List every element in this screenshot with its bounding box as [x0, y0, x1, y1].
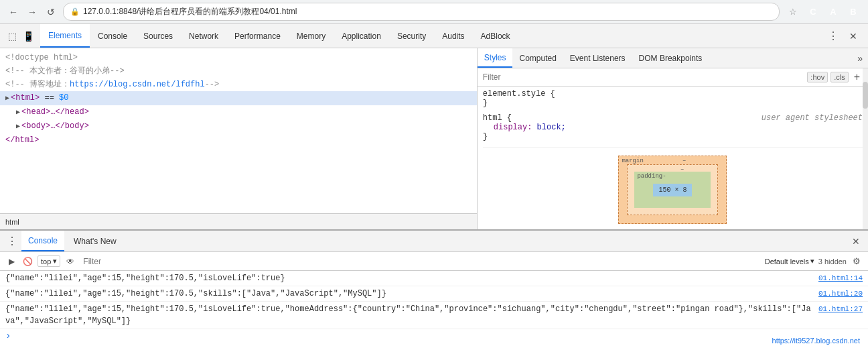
box-model-padding: padding- 150 × 8: [634, 172, 711, 208]
tab-console[interactable]: Console: [90, 24, 135, 48]
console-levels-arrow: ▾: [810, 257, 814, 266]
doctype-text: <!doctype html>: [5, 53, 78, 62]
elements-breadcrumb: html: [0, 213, 477, 229]
html-line-comment1: <!-- 本文作者：谷哥的小弟-->: [0, 64, 477, 78]
tab-memory[interactable]: Memory: [289, 24, 334, 48]
tab-sources[interactable]: Sources: [135, 24, 181, 48]
box-model-content: 150 × 8: [653, 184, 692, 196]
console-tab-console[interactable]: Console: [21, 231, 64, 251]
box-margin-dash: –: [682, 158, 686, 164]
devtools-close-button[interactable]: ✕: [844, 28, 863, 44]
styles-tab-computed[interactable]: Computed: [512, 48, 563, 68]
footer-link[interactable]: https://it9527.blog.csdn.net: [772, 337, 860, 345]
console-levels-select[interactable]: Default levels ▾: [765, 257, 814, 266]
styles-panel: Styles Computed Event Listeners DOM Brea…: [478, 48, 868, 229]
devtools-main-area: <!doctype html> <!-- 本文作者：谷哥的小弟--> <!-- …: [0, 48, 868, 229]
address-bar[interactable]: 🔒 127.0.0.1:8848/讲给后台程序员看的前端系列教程04/01.ht…: [63, 3, 780, 21]
styles-tab-more[interactable]: »: [852, 50, 868, 66]
styles-content[interactable]: element.style { } html { user agent styl…: [478, 86, 868, 229]
tab-performance[interactable]: Performance: [226, 24, 289, 48]
console-run-button[interactable]: ▶: [5, 255, 17, 268]
back-button[interactable]: ←: [7, 5, 20, 19]
console-prompt-icon: ›: [5, 331, 11, 341]
html-line-body[interactable]: ▶<body>…</body>: [0, 119, 477, 133]
devtools-panel: ⬚ 📱 Elements Console Sources Network Per…: [0, 24, 868, 350]
style-closing-html: }: [483, 132, 863, 141]
box-model-margin: margin – border – padding- 150 × 8: [618, 156, 727, 224]
html-line-html-close: </html>: [0, 133, 477, 147]
devtools-left-icons: ⬚ 📱: [5, 30, 40, 43]
bookmark-button[interactable]: ☆: [785, 4, 801, 20]
console-source-2[interactable]: 01.html:20: [818, 288, 863, 300]
styles-scrollbar[interactable]: [863, 68, 868, 229]
breadcrumb-text: html: [5, 218, 19, 226]
styles-tab-event-listeners[interactable]: Event Listeners: [563, 48, 632, 68]
triangle-html[interactable]: ▶: [5, 95, 9, 102]
console-context-label: top: [41, 257, 51, 266]
html-line-doctype: <!doctype html>: [0, 51, 477, 64]
tab-security[interactable]: Security: [389, 24, 434, 48]
console-output[interactable]: {"name":"lilei","age":15,"height":170.5,…: [0, 271, 868, 350]
html-line-html[interactable]: ▶<html> == $0: [0, 91, 477, 105]
console-text-2: {"name":"lilei","age":15,"height":170.5,…: [5, 288, 813, 300]
console-source-1[interactable]: 01.html:14: [818, 272, 863, 284]
box-margin-label: margin: [622, 158, 643, 164]
styles-tab-styles[interactable]: Styles: [478, 48, 513, 68]
lock-icon: 🔒: [70, 7, 80, 16]
html-line-head[interactable]: ▶<head>…</head>: [0, 105, 477, 119]
triangle-head[interactable]: ▶: [16, 109, 20, 116]
styles-tab-dom-breakpoints[interactable]: DOM Breakpoints: [632, 48, 709, 68]
tab-application[interactable]: Application: [334, 24, 389, 48]
devtools-more-button[interactable]: ⋮: [822, 27, 844, 45]
html-dollar0: $0: [59, 93, 68, 103]
console-tab-whats-new[interactable]: What's New: [67, 231, 123, 251]
styles-scrollbar-thumb[interactable]: [863, 82, 868, 109]
html-equals: ==: [40, 93, 59, 103]
console-menu-button[interactable]: ⋮: [5, 235, 19, 248]
elements-content[interactable]: <!doctype html> <!-- 本文作者：谷哥的小弟--> <!-- …: [0, 48, 477, 213]
console-block-button[interactable]: 🚫: [21, 255, 33, 268]
extension-red-button[interactable]: C: [805, 4, 821, 20]
elements-panel: <!doctype html> <!-- 本文作者：谷哥的小弟--> <!-- …: [0, 48, 478, 229]
forward-button[interactable]: →: [25, 5, 39, 19]
triangle-body[interactable]: ▶: [16, 123, 20, 130]
console-tab-bar: ⋮ Console What's New ✕: [0, 231, 868, 252]
comment2-suffix: -->: [205, 80, 220, 89]
console-prompt[interactable]: ›: [0, 329, 868, 343]
comment2-link[interactable]: https://blog.csdn.net/lfdfhl: [70, 80, 205, 89]
console-context-select[interactable]: top ▾: [38, 255, 60, 267]
tab-audits[interactable]: Audits: [434, 24, 472, 48]
style-rule-html: html { user agent stylesheet display: bl…: [483, 113, 863, 141]
device-toggle-button[interactable]: 📱: [21, 30, 35, 43]
url-text: 127.0.0.1:8848/讲给后台程序员看的前端系列教程04/01.html: [83, 6, 297, 17]
console-filter-input[interactable]: [80, 256, 760, 267]
tab-network[interactable]: Network: [181, 24, 226, 48]
cls-button[interactable]: .cls: [830, 72, 849, 82]
add-style-button[interactable]: +: [851, 71, 863, 83]
tab-adblock[interactable]: AdBlock: [473, 24, 518, 48]
box-content-label: 150 × 8: [658, 186, 686, 194]
style-prop-display[interactable]: display: block;: [483, 123, 863, 132]
user-profile-button[interactable]: A: [825, 4, 841, 20]
html-line-comment2: <!-- 博客地址：https://blog.csdn.net/lfdfhl--…: [0, 78, 477, 91]
tag-head: <head>…</head>: [21, 107, 89, 117]
browser-chrome: ← → ↺ 🔒 127.0.0.1:8848/讲给后台程序员看的前端系列教程04…: [0, 0, 868, 24]
refresh-button[interactable]: ↺: [44, 5, 58, 19]
console-source-3[interactable]: 01.html:27: [818, 303, 863, 315]
console-section: ⋮ Console What's New ✕ ▶ 🚫 top ▾ 👁 Defau…: [0, 229, 868, 350]
tag-html-close: </html>: [5, 135, 39, 145]
style-closing-element: }: [483, 99, 863, 108]
console-close-button[interactable]: ✕: [849, 233, 863, 249]
console-hidden-count: 3 hidden: [818, 257, 847, 266]
console-text-3: {"name":"lilei","age":15,"height":170.5,…: [5, 303, 813, 327]
extension-orange-button[interactable]: B: [845, 4, 861, 20]
comment1-text: <!-- 本文作者：谷哥的小弟-->: [5, 66, 125, 76]
tab-elements[interactable]: Elements: [40, 24, 90, 48]
console-toolbar: ▶ 🚫 top ▾ 👁 Default levels ▾ 3 hidden ⚙: [0, 252, 868, 271]
console-eye-button[interactable]: 👁: [64, 255, 76, 268]
hov-button[interactable]: :hov: [807, 72, 828, 82]
tag-html: <html>: [11, 93, 40, 103]
inspect-element-button[interactable]: ⬚: [5, 30, 19, 43]
styles-filter-input[interactable]: [483, 72, 805, 82]
console-settings-button[interactable]: ⚙: [851, 255, 863, 268]
